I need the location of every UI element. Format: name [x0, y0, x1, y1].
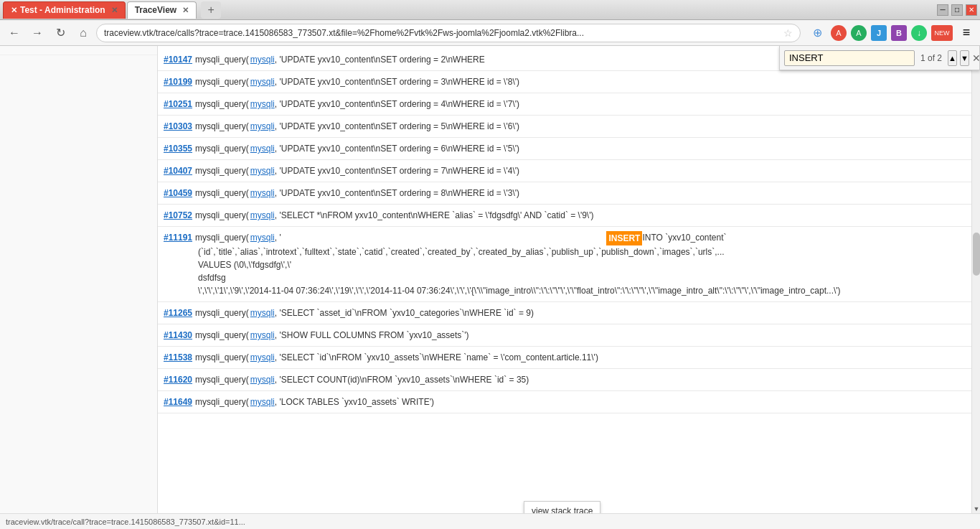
- trace-line-number[interactable]: #10407: [164, 164, 192, 177]
- maximize-button[interactable]: □: [951, 4, 963, 16]
- trace-line-number[interactable]: #10303: [164, 120, 192, 133]
- find-next-button[interactable]: ▼: [960, 50, 969, 66]
- trace-func-name: mysqli_query(: [195, 395, 249, 408]
- trace-line-number[interactable]: #10251: [164, 98, 192, 111]
- trace-func-arg[interactable]: mysqli: [250, 164, 275, 177]
- address-bar[interactable]: [104, 28, 781, 38]
- trace-func-name: mysqli_query(: [195, 120, 249, 133]
- trace-func-name: mysqli_query(: [195, 231, 249, 244]
- trace-sql: , 'SELECT *\nFROM yxv10_content\nWHERE `…: [275, 209, 974, 222]
- main-area: 1 of 2 ▲ ▼ ✕ #10147 mysqli_query( mysqli…: [0, 46, 980, 513]
- trace-line-number[interactable]: #11265: [164, 306, 192, 319]
- trace-line-number[interactable]: #10147: [164, 53, 192, 66]
- find-count: 1 of 2: [920, 53, 942, 63]
- tab-close-2[interactable]: ✕: [182, 6, 189, 15]
- trace-func-arg[interactable]: mysqli: [250, 209, 275, 222]
- window-controls: ─ □ ✕: [937, 4, 977, 16]
- find-close-button[interactable]: ✕: [972, 51, 980, 65]
- extension-icon-2[interactable]: A: [831, 25, 847, 41]
- table-row: #10251 mysqli_query( mysqli , 'UPDATE yx…: [158, 93, 980, 116]
- trace-sql-values3: \',\'\',\'1\',\'9\',\'2014-11-04 07:36:2…: [164, 284, 974, 297]
- home-button[interactable]: ⌂: [73, 23, 93, 43]
- close-button[interactable]: ✕: [966, 4, 977, 16]
- trace-line-number[interactable]: #11430: [164, 329, 192, 342]
- table-row: #10459 mysqli_query( mysqli , 'UPDATE yx…: [158, 182, 980, 205]
- view-stack-tooltip[interactable]: view stack trace: [524, 501, 600, 513]
- new-badge-icon[interactable]: NEW: [931, 25, 953, 41]
- trace-func-name: mysqli_query(: [195, 53, 249, 66]
- refresh-button[interactable]: ↻: [50, 23, 70, 43]
- trace-func-arg[interactable]: mysqli: [250, 306, 275, 319]
- trace-func-arg[interactable]: mysqli: [250, 329, 275, 342]
- trace-sql: , 'UPDATE yxv10_content\nSET ordering = …: [275, 120, 974, 133]
- trace-sql: , 'SHOW FULL COLUMNS FROM `yxv10_assets`…: [275, 329, 974, 342]
- trace-line-number[interactable]: #11649: [164, 395, 192, 408]
- trace-func-arg[interactable]: mysqli: [250, 351, 275, 364]
- table-row: #10355 mysqli_query( mysqli , 'UPDATE yx…: [158, 138, 980, 160]
- table-row: #11620 mysqli_query( mysqli , 'SELECT CO…: [158, 369, 980, 391]
- extension-icon-4[interactable]: J: [871, 25, 887, 41]
- find-prev-button[interactable]: ▲: [948, 50, 957, 66]
- status-bar: traceview.vtk/trace/call?trace=trace.141…: [0, 513, 980, 529]
- trace-line-number[interactable]: #10199: [164, 75, 192, 88]
- forward-button[interactable]: →: [27, 23, 47, 43]
- trace-func-arg[interactable]: mysqli: [250, 187, 275, 200]
- tab-traceview[interactable]: TraceView ✕: [127, 1, 197, 19]
- trace-sql: , 'LOCK TABLES `yxv10_assets` WRITE'): [275, 395, 974, 408]
- table-row: #11191 mysqli_query( mysqli , ' INSERT I…: [158, 227, 980, 302]
- tab-test-administration[interactable]: ✕ Test - Administration ✕: [3, 1, 126, 19]
- trace-sql: , 'UPDATE yxv10_content\nSET ordering = …: [275, 142, 974, 155]
- trace-sql-values2: dsfdfsg: [164, 271, 974, 284]
- trace-func-arg[interactable]: mysqli: [250, 373, 275, 386]
- trace-func-name: mysqli_query(: [195, 373, 249, 386]
- scrollbar[interactable]: ▲ ▼: [971, 46, 980, 513]
- table-row: #11538 mysqli_query( mysqli , 'SELECT `i…: [158, 347, 980, 369]
- main-content: 1 of 2 ▲ ▼ ✕ #10147 mysqli_query( mysqli…: [158, 46, 980, 513]
- trace-line-number[interactable]: #10752: [164, 209, 192, 222]
- view-stack-label[interactable]: view stack trace: [532, 506, 593, 513]
- trace-line-number[interactable]: #11191: [164, 231, 192, 244]
- trace-func-name: mysqli_query(: [195, 306, 249, 319]
- trace-func-arg[interactable]: mysqli: [250, 231, 275, 244]
- trace-func-arg[interactable]: mysqli: [250, 395, 275, 408]
- trace-func-arg[interactable]: mysqli: [250, 120, 275, 133]
- toolbar-icons: ⊕ A A J B ↓ NEW ≡: [808, 24, 976, 42]
- tab-close-1[interactable]: ✕: [111, 6, 118, 15]
- tab-favicon-1: ✕: [11, 6, 17, 15]
- find-input[interactable]: [784, 50, 915, 66]
- trace-line-number[interactable]: #11620: [164, 373, 192, 386]
- scroll-thumb[interactable]: [973, 233, 980, 276]
- new-tab-button[interactable]: +: [201, 1, 221, 19]
- extension-icon-5[interactable]: B: [891, 25, 907, 41]
- trace-func-arg[interactable]: mysqli: [250, 75, 275, 88]
- trace-line-number[interactable]: #10355: [164, 142, 192, 155]
- extension-icon-3[interactable]: A: [851, 25, 867, 41]
- trace-func-arg[interactable]: mysqli: [250, 53, 275, 66]
- trace-line-number[interactable]: #11538: [164, 351, 192, 364]
- minimize-button[interactable]: ─: [937, 4, 948, 16]
- trace-content[interactable]: #10147 mysqli_query( mysqli , 'UPDATE yx…: [158, 46, 980, 513]
- bookmark-icon[interactable]: ☆: [783, 27, 793, 39]
- scroll-down-arrow[interactable]: ▼: [972, 505, 980, 513]
- title-bar: ✕ Test - Administration ✕ TraceView ✕ + …: [0, 0, 980, 20]
- extension-icon-6[interactable]: ↓: [911, 25, 927, 41]
- trace-func-name: mysqli_query(: [195, 187, 249, 200]
- trace-func-arg[interactable]: mysqli: [250, 142, 275, 155]
- extension-icon-1[interactable]: ⊕: [808, 24, 826, 42]
- trace-sql: , 'UPDATE yxv10_content\nSET ordering = …: [275, 187, 974, 200]
- address-bar-wrap: ☆: [96, 24, 801, 42]
- trace-sql-values: VALUES (\0\,\'fdgsdfg\',\': [164, 258, 974, 271]
- back-button[interactable]: ←: [4, 23, 24, 43]
- trace-func-name: mysqli_query(: [195, 329, 249, 342]
- trace-sql: , 'SELECT COUNT(id)\nFROM `yxv10_assets`…: [275, 373, 974, 386]
- trace-func-arg[interactable]: mysqli: [250, 98, 275, 111]
- trace-sql-continued: INTO `yxv10_content`: [642, 231, 974, 244]
- table-row: #11430 mysqli_query( mysqli , 'SHOW FULL…: [158, 324, 980, 347]
- trace-sql: , 'UPDATE yxv10_content\nSET ordering = …: [275, 75, 974, 88]
- insert-highlight: INSERT: [606, 231, 642, 245]
- menu-button[interactable]: ≡: [957, 24, 976, 42]
- trace-func-name: mysqli_query(: [195, 164, 249, 177]
- trace-line-number[interactable]: #10459: [164, 187, 192, 200]
- navigation-bar: ← → ↻ ⌂ ☆ ⊕ A A J B ↓ NEW ≡: [0, 20, 980, 46]
- find-bar: 1 of 2 ▲ ▼ ✕: [779, 46, 980, 70]
